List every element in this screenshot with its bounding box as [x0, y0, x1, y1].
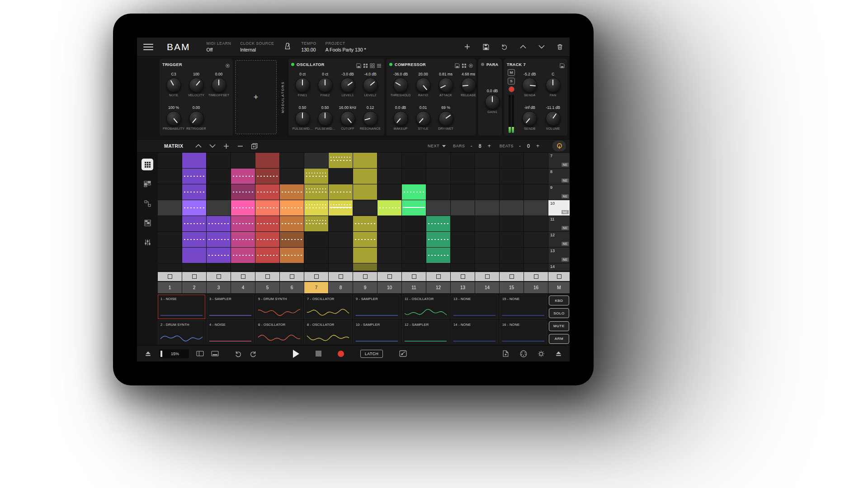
project-field[interactable]: PROJECT A Fools Party 130 *	[326, 41, 366, 52]
checkbox-icon[interactable]	[534, 274, 538, 279]
knob-cutoff[interactable]	[340, 111, 355, 126]
scene-mute-cell[interactable]	[402, 272, 426, 281]
matrix-cell[interactable]	[475, 153, 499, 168]
track-number-cell[interactable]: 2	[182, 282, 206, 293]
chevron-down-icon[interactable]	[209, 143, 216, 149]
matrix-cell[interactable]	[402, 216, 426, 231]
matrix-cell[interactable]	[158, 232, 182, 247]
matrix-cell[interactable]	[402, 263, 426, 271]
device-on-indicator[interactable]	[481, 63, 484, 66]
matrix-view-icon[interactable]	[142, 159, 153, 170]
mute-button[interactable]: M	[508, 69, 515, 76]
matrix-cell[interactable]	[255, 248, 279, 263]
scene-mute-cell[interactable]	[280, 272, 304, 281]
scene-mute-cell[interactable]	[548, 272, 570, 281]
solo-button[interactable]: SOLO	[549, 308, 569, 318]
matrix-cell[interactable]	[304, 248, 328, 263]
matrix-cell[interactable]	[329, 216, 353, 231]
matrix-cell[interactable]	[255, 263, 279, 271]
matrix-cell[interactable]	[231, 184, 255, 200]
matrix-cell[interactable]	[207, 216, 231, 231]
matrix-row-label[interactable]: 13NE	[548, 248, 570, 263]
matrix-cell[interactable]	[475, 248, 499, 263]
matrix-cell[interactable]	[377, 232, 401, 247]
track-number-cell[interactable]: 16	[524, 282, 548, 293]
matrix-cell[interactable]	[475, 263, 499, 271]
matrix-cell[interactable]	[426, 184, 450, 200]
matrix-cell[interactable]	[500, 184, 524, 200]
knob-threshold[interactable]	[393, 78, 408, 93]
matrix-cell[interactable]	[451, 263, 475, 271]
checkbox-icon[interactable]	[265, 274, 270, 279]
layout-full-icon[interactable]	[211, 350, 219, 357]
track-number-cell[interactable]: 14	[475, 282, 499, 293]
track-number-cell[interactable]: 8	[329, 282, 353, 293]
matrix-cell[interactable]	[280, 248, 304, 263]
scene-mute-cell[interactable]	[524, 272, 548, 281]
matrix-cell[interactable]	[524, 232, 548, 247]
track-number-cell[interactable]: 13	[451, 282, 475, 293]
clock-source-field[interactable]: CLOCK SOURCE Internal	[240, 41, 274, 52]
matrix-cell[interactable]	[377, 200, 401, 216]
chevron-up-icon[interactable]	[195, 143, 202, 149]
track-number-cell[interactable]: 3	[207, 282, 231, 293]
matrix-cell[interactable]	[426, 169, 450, 184]
matrix-cell[interactable]	[329, 200, 353, 216]
track-pad[interactable]: 9 - SAMPLER	[353, 295, 401, 319]
save-icon[interactable]	[482, 43, 489, 50]
matrix-cell[interactable]	[304, 184, 328, 200]
matrix-cell[interactable]	[158, 216, 182, 231]
remove-row-icon[interactable]	[237, 143, 244, 149]
solo-button[interactable]: S	[508, 78, 515, 84]
matrix-row-label[interactable]: 12NE	[548, 232, 570, 247]
record-button[interactable]	[338, 351, 344, 357]
matrix-cell[interactable]	[426, 216, 450, 231]
track-number-cell[interactable]: 6	[280, 282, 304, 293]
knob-release[interactable]	[461, 78, 476, 93]
arm-record-button[interactable]	[509, 86, 514, 92]
track-number-cell[interactable]: 7	[304, 282, 328, 293]
checkbox-icon[interactable]	[363, 274, 368, 279]
track-pad[interactable]: 11 - OSCILLATOR	[402, 295, 449, 319]
matrix-cell[interactable]	[500, 153, 524, 168]
matrix-cell[interactable]	[524, 248, 548, 263]
matrix-row-label[interactable]: 14NE	[548, 263, 570, 271]
checkbox-icon[interactable]	[509, 274, 514, 279]
next-pattern-selector[interactable]: NEXT	[428, 144, 446, 148]
scene-mute-cell[interactable]	[377, 272, 401, 281]
stop-button[interactable]	[316, 351, 321, 357]
matrix-cell[interactable]	[451, 216, 475, 231]
grid-view-icon[interactable]	[462, 62, 467, 67]
track-pad[interactable]: 2 - DRUM SYNTH	[158, 320, 205, 344]
checkbox-icon[interactable]	[387, 274, 392, 279]
checkbox-icon[interactable]	[339, 274, 343, 279]
checkbox-icon[interactable]	[461, 274, 465, 279]
matrix-cell[interactable]	[158, 184, 182, 200]
matrix-cell[interactable]	[304, 200, 328, 216]
beats-increment-button[interactable]: +	[535, 143, 541, 149]
metronome-icon[interactable]	[284, 42, 291, 52]
layout-split-icon[interactable]	[196, 350, 204, 357]
matrix-cell[interactable]	[451, 248, 475, 263]
matrix-cell[interactable]	[304, 263, 328, 271]
preset-save-icon[interactable]	[560, 62, 565, 67]
matrix-cell[interactable]	[451, 200, 475, 216]
pianoroll-view-icon[interactable]	[142, 217, 153, 229]
matrix-cell[interactable]	[475, 184, 499, 200]
bars-increment-button[interactable]: +	[486, 143, 492, 149]
matrix-cell[interactable]	[377, 248, 401, 263]
track-number-cell[interactable]: 10	[377, 282, 401, 293]
duplicate-add-icon[interactable]	[251, 143, 258, 149]
scene-mute-cell[interactable]	[500, 272, 524, 281]
track-number-cell[interactable]: 5	[255, 282, 279, 293]
preset-save-icon[interactable]	[455, 62, 460, 67]
matrix-cell[interactable]	[500, 216, 524, 231]
track-pad[interactable]: 6 - OSCILLATOR	[255, 320, 303, 344]
add-icon[interactable]	[464, 43, 471, 50]
play-button[interactable]	[293, 350, 299, 358]
knob-style[interactable]	[416, 111, 431, 126]
matrix-cell[interactable]	[231, 216, 255, 231]
scene-mute-cell[interactable]	[451, 272, 475, 281]
track-pad[interactable]: 16 - NONE	[500, 320, 547, 344]
matrix-cell[interactable]	[377, 263, 401, 271]
